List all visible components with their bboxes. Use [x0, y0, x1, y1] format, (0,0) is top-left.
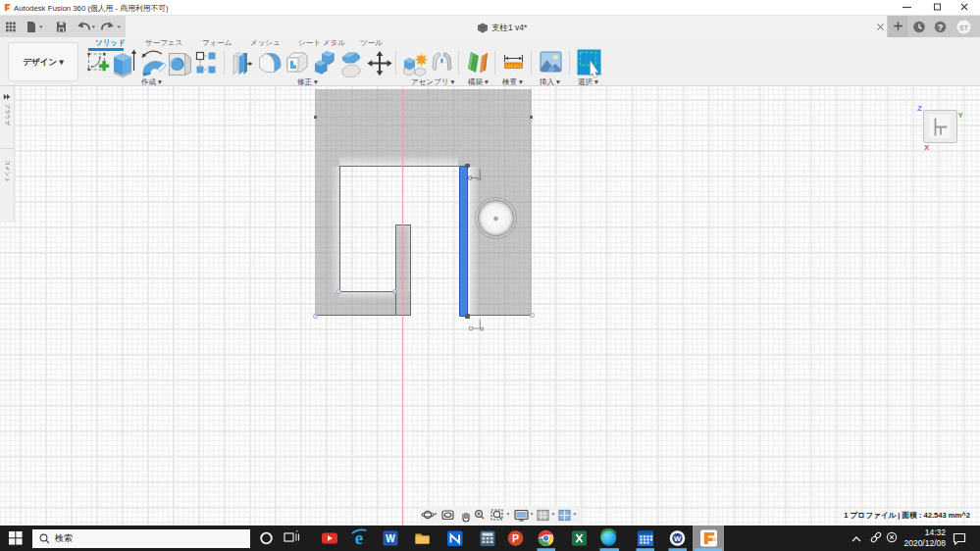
svg-text:ST: ST — [959, 25, 969, 31]
svg-text:W: W — [674, 534, 682, 543]
svg-text:P: P — [512, 532, 519, 544]
svg-text:W: W — [386, 533, 395, 544]
svg-text:?: ? — [938, 23, 944, 32]
